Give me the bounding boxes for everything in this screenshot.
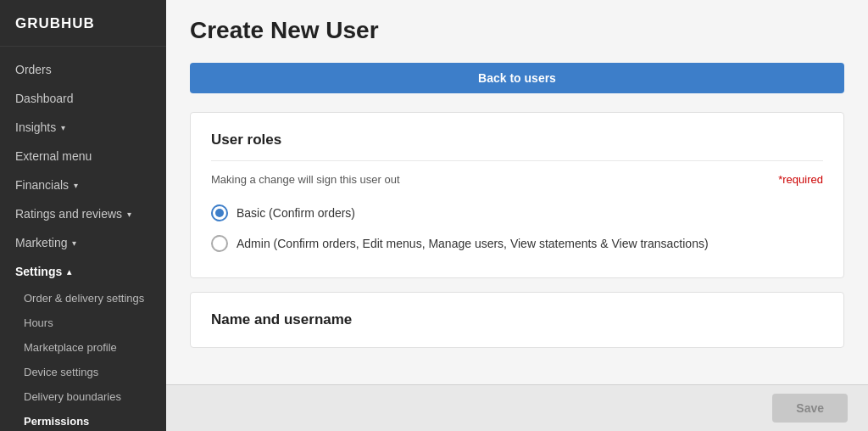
sidebar-item-marketplace-profile[interactable]: Marketplace profile bbox=[0, 335, 166, 360]
sidebar-item-permissions[interactable]: Permissions bbox=[0, 409, 166, 431]
sidebar: GRUBHUB Orders Dashboard Insights ▾ Exte… bbox=[0, 0, 166, 431]
app-logo: GRUBHUB bbox=[0, 0, 166, 47]
main-content: Create New User Back to users User roles… bbox=[166, 0, 868, 431]
chevron-down-icon: ▾ bbox=[72, 238, 76, 248]
chevron-up-icon: ▴ bbox=[67, 267, 71, 277]
back-to-users-button[interactable]: Back to users bbox=[190, 63, 844, 93]
radio-admin[interactable]: Admin (Confirm orders, Edit menus, Manag… bbox=[211, 228, 823, 259]
sidebar-item-order-delivery[interactable]: Order & delivery settings bbox=[0, 286, 166, 311]
sidebar-item-marketing[interactable]: Marketing ▾ bbox=[0, 228, 166, 257]
required-text: *required bbox=[778, 173, 823, 186]
chevron-down-icon: ▾ bbox=[61, 123, 65, 132]
name-username-card: Name and username bbox=[190, 292, 844, 348]
user-roles-header: Making a change will sign this user out … bbox=[211, 173, 823, 186]
radio-admin-circle bbox=[211, 235, 228, 252]
sidebar-item-insights[interactable]: Insights ▾ bbox=[0, 113, 166, 142]
sidebar-item-ratings[interactable]: Ratings and reviews ▾ bbox=[0, 199, 166, 228]
user-roles-card: User roles Making a change will sign thi… bbox=[190, 112, 844, 278]
sidebar-item-settings[interactable]: Settings ▴ bbox=[0, 257, 166, 286]
save-button[interactable]: Save bbox=[772, 394, 848, 423]
save-bar: Save bbox=[166, 384, 868, 431]
sidebar-item-financials[interactable]: Financials ▾ bbox=[0, 171, 166, 199]
chevron-down-icon: ▾ bbox=[74, 181, 78, 190]
radio-admin-label: Admin (Confirm orders, Edit menus, Manag… bbox=[236, 237, 709, 250]
name-username-title: Name and username bbox=[211, 311, 823, 328]
user-roles-title: User roles bbox=[211, 132, 823, 148]
sidebar-item-hours[interactable]: Hours bbox=[0, 311, 166, 335]
nav-menu: Orders Dashboard Insights ▾ External men… bbox=[0, 47, 166, 431]
sidebar-item-delivery-boundaries[interactable]: Delivery boundaries bbox=[0, 384, 166, 409]
radio-basic-label: Basic (Confirm orders) bbox=[236, 206, 355, 220]
page-title: Create New User bbox=[190, 17, 844, 44]
chevron-down-icon: ▾ bbox=[127, 210, 131, 219]
sidebar-item-device-settings[interactable]: Device settings bbox=[0, 360, 166, 384]
sidebar-item-external-menu[interactable]: External menu bbox=[0, 142, 166, 171]
sidebar-item-orders[interactable]: Orders bbox=[0, 55, 166, 84]
radio-basic-circle bbox=[211, 204, 228, 221]
radio-basic[interactable]: Basic (Confirm orders) bbox=[211, 198, 823, 228]
making-change-text: Making a change will sign this user out bbox=[211, 173, 400, 186]
sidebar-item-dashboard[interactable]: Dashboard bbox=[0, 84, 166, 113]
